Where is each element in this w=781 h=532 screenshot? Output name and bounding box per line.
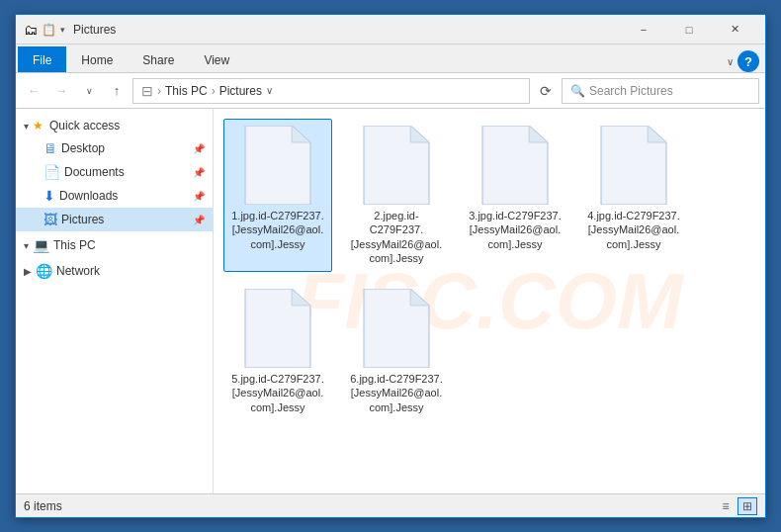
sidebar-item-desktop[interactable]: 🖥 Desktop 📌	[16, 136, 213, 160]
file-name-3: 3.jpg.id-C279F237.[JessyMail26@aol.com].…	[468, 209, 563, 251]
list-view-button[interactable]: ≡	[716, 497, 736, 515]
address-path[interactable]: ⊟ › This PC › Pictures ∨	[132, 78, 530, 104]
tab-share[interactable]: Share	[128, 46, 189, 72]
this-pc-header[interactable]: ▾ 💻 This PC	[16, 233, 213, 257]
sidebar-label-downloads: Downloads	[59, 189, 118, 203]
quick-access-section: ▾ ★ Quick access 🖥 Desktop 📌 📄 Documents…	[16, 115, 213, 231]
file-icon-6	[362, 289, 431, 368]
grid-view-button[interactable]: ⊞	[738, 497, 757, 515]
file-icon-2	[362, 126, 431, 205]
help-button[interactable]: ?	[738, 50, 759, 72]
qat-icon-2: 📋	[42, 23, 56, 37]
pictures-icon: 🖼	[43, 212, 57, 227]
svg-marker-3	[410, 126, 429, 142]
svg-marker-9	[292, 289, 310, 306]
close-button[interactable]: ✕	[712, 15, 757, 44]
explorer-window: 🗂 📋 ▾ Pictures − □ ✕ File Home Share Vie…	[15, 14, 766, 518]
search-placeholder: Search Pictures	[589, 84, 673, 98]
ribbon: File Home Share View ∨ ?	[16, 44, 765, 73]
window-title: Pictures	[73, 23, 621, 37]
this-pc-icon: 💻	[33, 237, 49, 253]
qat-icon-1: 🗂	[24, 22, 38, 38]
expand-icon: ▾	[24, 121, 29, 132]
file-icon-5	[243, 289, 312, 368]
sidebar-label-desktop: Desktop	[61, 141, 105, 155]
file-name-6: 6.jpg.id-C279F237.[JessyMail26@aol.com].…	[349, 372, 444, 414]
svg-marker-1	[292, 126, 310, 142]
path-sep: ⊟	[141, 83, 153, 99]
pin-icon-downloads: 📌	[193, 191, 205, 202]
expand-icon-thispc: ▾	[24, 240, 29, 251]
sidebar-item-pictures[interactable]: 🖼 Pictures 📌	[16, 208, 213, 231]
back-button[interactable]: ←	[22, 79, 45, 103]
search-icon: 🔍	[570, 84, 585, 98]
network-section: ▶ 🌐 Network	[16, 259, 213, 283]
network-header[interactable]: ▶ 🌐 Network	[16, 259, 213, 283]
file-name-1: 1.jpg.id-C279F237.[JessyMail26@aol.com].…	[230, 209, 325, 251]
path-this-pc[interactable]: This PC	[165, 84, 208, 98]
tab-view[interactable]: View	[189, 46, 244, 72]
file-name-2: 2.jpeg.id-C279F237.[JessyMail26@aol.com]…	[349, 209, 444, 265]
quick-access-star: ★	[33, 119, 43, 133]
ribbon-help: ∨ ?	[727, 50, 765, 72]
network-label: Network	[56, 264, 100, 278]
maximize-button[interactable]: □	[666, 15, 712, 44]
quick-access-header[interactable]: ▾ ★ Quick access	[16, 115, 213, 136]
file-item[interactable]: 3.jpg.id-C279F237.[JessyMail26@aol.com].…	[461, 119, 569, 272]
refresh-button[interactable]: ⟳	[534, 79, 558, 103]
path-chevron[interactable]: ∨	[266, 85, 273, 96]
ribbon-chevron[interactable]: ∨	[727, 56, 734, 67]
main-content: ▾ ★ Quick access 🖥 Desktop 📌 📄 Documents…	[16, 109, 765, 493]
tab-home[interactable]: Home	[66, 46, 128, 72]
file-name-5: 5.jpg.id-C279F237.[JessyMail26@aol.com].…	[230, 372, 325, 414]
title-bar-controls: − □ ✕	[621, 15, 757, 44]
svg-marker-7	[648, 126, 666, 142]
up-button[interactable]: ↑	[105, 79, 129, 103]
file-icon-4	[599, 126, 668, 205]
address-bar: ← → ∨ ↑ ⊟ › This PC › Pictures ∨ ⟳ 🔍 Sea…	[16, 73, 765, 109]
ribbon-tabs: File Home Share View ∨ ?	[16, 44, 765, 72]
documents-icon: 📄	[43, 164, 60, 180]
this-pc-label: This PC	[53, 238, 96, 252]
pin-icon-desktop: 📌	[193, 143, 205, 154]
item-count: 6 items	[24, 499, 62, 513]
sidebar-item-documents[interactable]: 📄 Documents 📌	[16, 160, 213, 184]
sidebar: ▾ ★ Quick access 🖥 Desktop 📌 📄 Documents…	[16, 109, 214, 493]
this-pc-section: ▾ 💻 This PC	[16, 233, 213, 257]
file-icon-3	[480, 126, 550, 205]
file-item[interactable]: 5.jpg.id-C279F237.[JessyMail26@aol.com].…	[223, 282, 332, 421]
pin-icon-documents: 📌	[193, 167, 205, 178]
path-pictures[interactable]: Pictures	[219, 84, 262, 98]
desktop-icon: 🖥	[43, 140, 57, 156]
dropdown-button[interactable]: ∨	[77, 79, 101, 103]
file-area[interactable]: FISC.COM 1.jpg.id-C279F237.[JessyMail26@…	[214, 109, 765, 493]
file-item[interactable]: 6.jpg.id-C279F237.[JessyMail26@aol.com].…	[342, 282, 451, 421]
search-box[interactable]: 🔍 Search Pictures	[562, 78, 759, 104]
svg-marker-11	[410, 289, 429, 306]
pin-icon-pictures: 📌	[193, 215, 205, 225]
file-item[interactable]: 4.jpg.id-C279F237.[JessyMail26@aol.com].…	[579, 119, 688, 272]
quick-access-label: Quick access	[49, 119, 120, 133]
qat-dropdown[interactable]: ▾	[60, 25, 65, 35]
file-grid: 1.jpg.id-C279F237.[JessyMail26@aol.com].…	[223, 119, 755, 421]
view-buttons: ≡ ⊞	[716, 497, 757, 515]
file-icon-1	[243, 126, 312, 205]
status-bar: 6 items ≡ ⊞	[16, 493, 765, 517]
forward-button[interactable]: →	[49, 79, 73, 103]
minimize-button[interactable]: −	[621, 15, 666, 44]
svg-marker-5	[529, 126, 548, 142]
network-icon: 🌐	[36, 263, 52, 279]
sidebar-label-documents: Documents	[64, 165, 125, 179]
sidebar-item-downloads[interactable]: ⬇ Downloads 📌	[16, 184, 213, 208]
tab-file[interactable]: File	[18, 46, 66, 72]
file-name-4: 4.jpg.id-C279F237.[JessyMail26@aol.com].…	[586, 209, 681, 251]
sidebar-label-pictures: Pictures	[61, 213, 104, 226]
title-bar: 🗂 📋 ▾ Pictures − □ ✕	[16, 15, 765, 44]
downloads-icon: ⬇	[43, 188, 55, 204]
file-item[interactable]: 1.jpg.id-C279F237.[JessyMail26@aol.com].…	[223, 119, 332, 272]
expand-icon-network: ▶	[24, 266, 32, 277]
title-bar-icons: 🗂 📋 ▾	[24, 22, 65, 38]
file-item[interactable]: 2.jpeg.id-C279F237.[JessyMail26@aol.com]…	[342, 119, 451, 272]
